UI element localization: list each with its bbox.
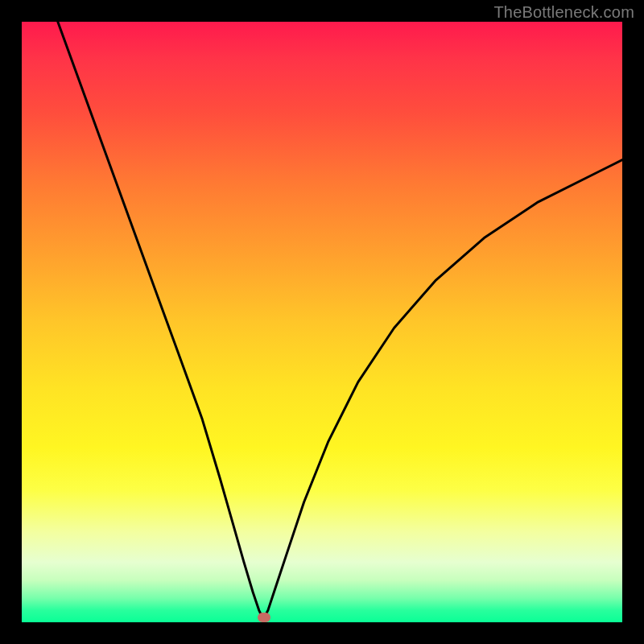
plot-area — [22, 22, 622, 622]
bottleneck-curve — [22, 22, 622, 622]
chart-frame: TheBottleneck.com — [0, 0, 644, 644]
minimum-marker — [258, 613, 270, 622]
watermark-text: TheBottleneck.com — [493, 3, 634, 22]
